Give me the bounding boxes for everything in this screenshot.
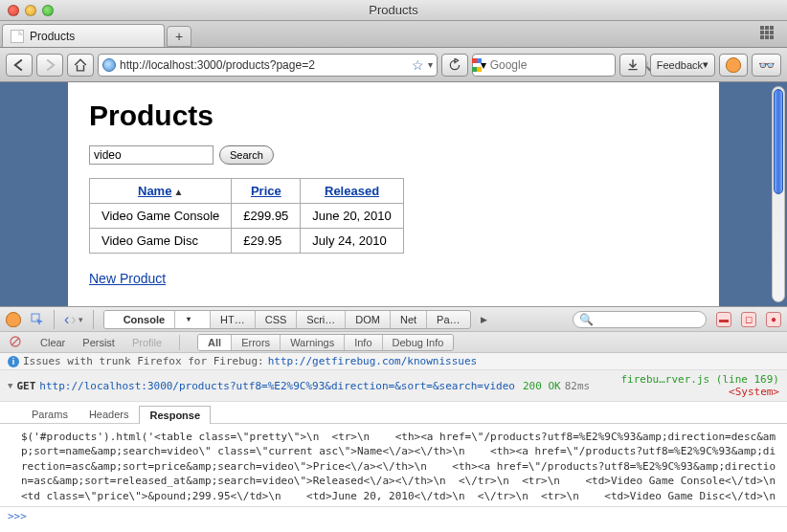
cell-released: July 24, 2010 <box>301 229 403 254</box>
firebug-icon[interactable] <box>6 312 21 327</box>
feedback-button[interactable]: Feedback ▾ <box>650 54 715 77</box>
cell-price: £29.95 <box>232 229 301 254</box>
firebug-back-button[interactable]: ‹ <box>64 311 69 328</box>
firebug-detach-button[interactable]: ◻ <box>741 312 756 327</box>
new-product-link[interactable]: New Product <box>89 271 166 286</box>
request-time: 82ms <box>565 380 591 392</box>
firebug-close-button[interactable]: ● <box>766 312 781 327</box>
panel-css[interactable]: CSS <box>256 311 298 328</box>
request-detail-tabs: Params Headers Response <box>0 402 787 424</box>
filter-debug[interactable]: Debug Info <box>383 335 454 350</box>
viewport-scrollbar[interactable] <box>772 86 785 302</box>
firebug-icon <box>726 57 741 73</box>
panel-net[interactable]: Net <box>391 311 427 328</box>
firebug-search[interactable]: 🔍 <box>573 311 707 328</box>
console-filter: All Errors Warnings Info Debug Info <box>197 334 454 351</box>
firebug-toolbar: ‹ › ▾ Console ▾ HT… CSS Scri… DOM Net Pa… <box>0 307 787 332</box>
svg-line-2 <box>11 338 19 345</box>
request-status: 200 OK <box>523 380 561 392</box>
search-input[interactable] <box>490 58 634 72</box>
sort-price-link[interactable]: Price <box>251 184 281 198</box>
products-table: Name▲ Price Released Video Game Console … <box>89 178 404 254</box>
page-heading: Products <box>89 100 698 132</box>
forward-button[interactable] <box>36 54 63 77</box>
sort-name-link[interactable]: Name <box>138 184 171 198</box>
firebug-panel: ‹ › ▾ Console ▾ HT… CSS Scri… DOM Net Pa… <box>0 306 787 525</box>
url-input[interactable] <box>120 58 408 72</box>
search-icon: 🔍 <box>579 313 594 326</box>
console-request-row[interactable]: ▼ GET http://localhost:3000/products?utf… <box>0 370 787 402</box>
table-row: Video Game Disc £29.95 July 24, 2010 <box>90 229 404 254</box>
panel-overflow-icon[interactable]: ▶ <box>481 315 487 324</box>
browser-tabbar: Products + <box>0 21 787 48</box>
page-viewport: Products Search Name▲ Price Released Vid… <box>0 82 787 306</box>
firebug-forward-button[interactable]: › <box>71 311 76 328</box>
site-identity-icon[interactable] <box>102 58 116 72</box>
disclosure-triangle-icon[interactable]: ▼ <box>8 381 12 390</box>
filter-warnings[interactable]: Warnings <box>281 335 345 350</box>
close-window-button[interactable] <box>8 5 19 16</box>
clear-button[interactable]: Clear <box>40 337 65 348</box>
feedback-label: Feedback <box>657 59 703 71</box>
request-source[interactable]: firebu…rver.js (line 169) <System> <box>620 373 779 398</box>
profile-button[interactable]: Profile <box>132 337 162 348</box>
tab-params[interactable]: Params <box>21 405 79 423</box>
response-body[interactable]: $('#products').html('<table class=\"pret… <box>0 424 787 506</box>
firebug-nav-dropdown[interactable]: ▾ <box>79 315 83 324</box>
firebug-issues-banner: i Issues with trunk Firefox for Firebug:… <box>0 353 787 370</box>
zoom-window-button[interactable] <box>42 5 54 16</box>
sort-released-link[interactable]: Released <box>325 184 379 198</box>
filter-errors[interactable]: Errors <box>232 335 281 350</box>
minimize-window-button[interactable] <box>25 5 36 16</box>
cell-name: Video Game Disc <box>90 229 232 254</box>
url-bar[interactable]: ☆ ▾ <box>98 54 438 77</box>
cell-name: Video Game Console <box>90 204 232 229</box>
browser-toolbar: ☆ ▾ ▾ 🔍 Feedback ▾ 👓 <box>0 48 787 82</box>
panel-extra[interactable]: Pa… <box>427 311 469 328</box>
product-search-input[interactable] <box>89 145 214 165</box>
firebug-console-subbar: Clear Persist Profile All Errors Warning… <box>0 332 787 353</box>
window-title: Products <box>0 3 787 17</box>
inspect-button[interactable] <box>31 313 44 326</box>
bookmark-star-icon[interactable]: ☆ <box>412 57 424 73</box>
info-icon: i <box>8 356 19 367</box>
tab-products[interactable]: Products <box>2 24 165 47</box>
new-tab-button[interactable]: + <box>167 26 191 47</box>
search-bar[interactable]: ▾ 🔍 <box>472 54 616 77</box>
cell-price: £299.95 <box>232 204 301 229</box>
sort-asc-icon: ▲ <box>173 187 183 197</box>
issues-link[interactable]: http://getfirebug.com/knownissues <box>268 355 478 367</box>
page-content: Products Search Name▲ Price Released Vid… <box>68 82 719 306</box>
filter-all[interactable]: All <box>198 335 232 350</box>
panel-dom[interactable]: DOM <box>346 311 391 328</box>
tab-response[interactable]: Response <box>139 406 211 424</box>
page-icon <box>11 30 24 43</box>
downloads-button[interactable] <box>619 54 646 77</box>
back-button[interactable] <box>6 54 33 77</box>
request-method: GET <box>16 380 35 392</box>
reload-button[interactable] <box>441 54 468 77</box>
window-titlebar: Products <box>0 0 787 21</box>
home-button[interactable] <box>67 54 94 77</box>
console-prompt[interactable]: >>> <box>0 506 787 525</box>
panel-html[interactable]: HT… <box>211 311 256 328</box>
firebug-minimize-button[interactable]: ▬ <box>716 312 731 327</box>
firebug-toolbar-button[interactable] <box>719 54 748 77</box>
url-dropdown-icon[interactable]: ▾ <box>428 59 433 70</box>
firebug-panel-tabs: Console ▾ HT… CSS Scri… DOM Net Pa… <box>103 310 471 329</box>
tab-headers[interactable]: Headers <box>79 405 140 423</box>
table-header-row: Name▲ Price Released <box>90 179 404 204</box>
persist-button[interactable]: Persist <box>82 337 115 348</box>
tab-overview-button[interactable] <box>760 26 777 39</box>
filter-info[interactable]: Info <box>345 335 382 350</box>
issues-text: Issues with trunk Firefox for Firebug: <box>23 355 264 367</box>
cell-released: June 20, 2010 <box>301 204 403 229</box>
glasses-icon: 👓 <box>758 57 775 73</box>
product-search-button[interactable]: Search <box>219 145 274 165</box>
request-url[interactable]: http://localhost:3000/products?utf8=%E2%… <box>39 380 515 392</box>
panel-console[interactable]: Console ▾ <box>104 311 211 328</box>
glasses-button[interactable]: 👓 <box>752 54 781 77</box>
scrollbar-thumb[interactable] <box>774 89 783 194</box>
panel-script[interactable]: Scri… <box>297 311 346 328</box>
table-row: Video Game Console £299.95 June 20, 2010 <box>90 204 404 229</box>
